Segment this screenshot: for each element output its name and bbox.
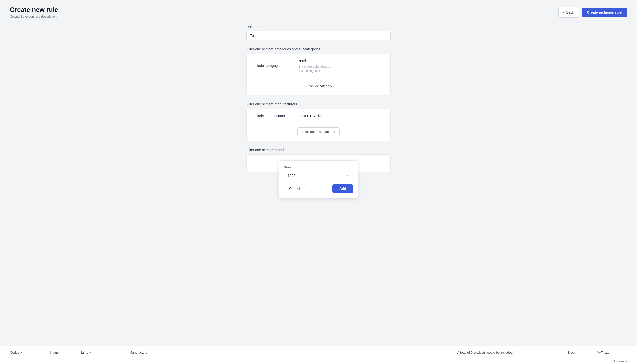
brand-section-title: Filter one or more brands	[246, 148, 391, 152]
manufacturer-value: 2PROTECT bv	[298, 114, 321, 118]
image-label: Image	[50, 350, 59, 354]
rule-name-label: Rule name	[246, 25, 391, 29]
brand-popup-actions: Cancel Add	[284, 184, 353, 193]
include-subcategory-label: include subcategory	[302, 64, 330, 68]
category-filter-row: Include category Nutrition	[253, 58, 384, 72]
manufacturer-label: Manufacturer	[129, 350, 149, 354]
manufacturer-section-title: Filter one or more manufacturers	[246, 102, 391, 106]
manufacturer-filter-row: Include manufacturer 2PROTECT bv	[253, 113, 384, 118]
brand-popup: Brand 1902 Brand A Brand B Brand C Cance…	[279, 160, 358, 198]
no-results-text: No results	[0, 358, 637, 364]
add-category-button[interactable]: include category	[301, 82, 336, 90]
category-filter-box: Include category Nutrition	[246, 54, 391, 95]
header-left: Create new rule Create Selection rule de…	[10, 6, 58, 18]
plus-icon	[298, 64, 301, 68]
main-content: Rule name Filter one or more categories …	[0, 22, 637, 364]
include-manufacturer-label: Include manufacturer	[253, 114, 292, 118]
col-header-stock: Stock	[567, 350, 597, 354]
col-header-name: Name ▼	[80, 350, 129, 354]
nutrition-value: Nutrition	[298, 59, 311, 63]
page-title: Create new rule	[10, 6, 58, 14]
col-header-manufacturer: Manufacturer	[129, 350, 174, 354]
bottom-bar: Codes ▼ Image Name ▼ Manufacturer A tota…	[0, 346, 637, 364]
total-products-text: A total of 0 products would be included	[457, 350, 513, 354]
minus-icon	[315, 59, 317, 63]
col-header-vat: VAT rate	[597, 350, 627, 354]
subcategory-row: include subcategory 6 subcategories	[298, 64, 330, 72]
page-header: Create new rule Create Selection rule de…	[0, 0, 637, 22]
remove-nutrition-button[interactable]	[313, 58, 318, 63]
subcategory-count: 6 subcategories	[298, 69, 330, 72]
nutrition-tag: Nutrition	[298, 58, 330, 63]
back-label: Back	[566, 10, 574, 14]
add-category-row: include category	[253, 82, 384, 90]
codes-label: Codes	[10, 350, 20, 354]
page-wrapper: Create new rule Create Selection rule de…	[0, 0, 637, 364]
page-subtitle: Create Selection rule description.	[10, 15, 58, 18]
include-category-label: Include category	[253, 64, 292, 68]
category-filter-section: Filter one or more categories and subcat…	[246, 47, 391, 95]
rule-name-field: Rule name	[246, 25, 391, 40]
form-area: Rule name Filter one or more categories …	[246, 25, 391, 172]
manufacturer-filter-section: Filter one or more manufacturers Include…	[246, 102, 391, 141]
add-manufacturer-row: include manufacturer	[253, 128, 384, 136]
back-button[interactable]: Back	[558, 7, 578, 18]
brand-select-wrapper: 1902 Brand A Brand B Brand C	[284, 171, 353, 180]
stock-label: Stock	[567, 350, 575, 354]
manufacturer-tag: 2PROTECT bv	[298, 113, 328, 118]
manufacturer-filter-box: Include manufacturer 2PROTECT bv inclu	[246, 108, 391, 141]
manufacturer-divider	[253, 123, 384, 123]
col-header-codes: Codes ▼	[10, 350, 50, 354]
minus-icon-mfr	[325, 114, 327, 118]
codes-filter-icon[interactable]: ▼	[21, 351, 23, 354]
category-section-title: Filter one or more categories and subcat…	[246, 47, 391, 51]
brand-popup-field-label: Brand	[284, 166, 353, 169]
remove-manufacturer-button[interactable]	[323, 113, 328, 118]
vat-label: VAT rate	[597, 350, 609, 354]
create-inclusion-rule-button[interactable]: Create inclusion rule	[582, 8, 627, 17]
brand-filter-section: Filter one or more brands include brand …	[246, 148, 391, 172]
brand-cancel-button[interactable]: Cancel	[284, 184, 305, 193]
table-header-row: Codes ▼ Image Name ▼ Manufacturer A tota…	[0, 346, 637, 358]
header-actions: Back Create inclusion rule	[558, 7, 627, 18]
rule-name-input[interactable]	[246, 31, 391, 40]
add-manufacturer-button[interactable]: include manufacturer	[297, 128, 340, 136]
chevron-left-icon	[563, 10, 565, 15]
name-filter-icon[interactable]: ▼	[89, 351, 92, 354]
brand-add-button[interactable]: Add	[332, 184, 353, 193]
col-header-image: Image	[50, 350, 80, 354]
plus-icon-mfr	[302, 130, 304, 134]
name-label: Name	[80, 350, 88, 354]
category-filter-values: Nutrition include subcategory	[298, 58, 330, 72]
add-manufacturer-label: include manufacturer	[305, 130, 335, 134]
brand-select[interactable]: 1902 Brand A Brand B Brand C	[284, 171, 353, 180]
category-divider	[253, 77, 384, 77]
include-subcategory-button[interactable]: include subcategory	[298, 64, 330, 68]
plus-icon-cat	[305, 84, 307, 88]
add-category-label: include category	[309, 84, 332, 88]
